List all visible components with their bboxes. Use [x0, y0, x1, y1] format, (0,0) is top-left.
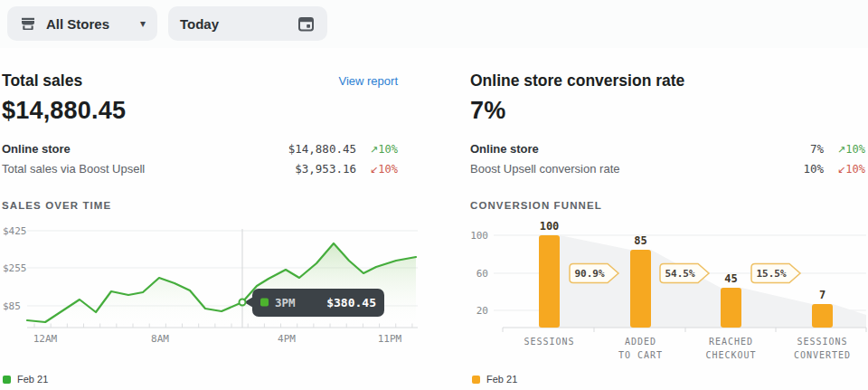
legend-label: Feb 21 [17, 374, 48, 385]
funnel-bar[interactable] [539, 235, 560, 328]
category-label: CONVERTED [794, 350, 851, 360]
trend-up-icon: ↗ [837, 144, 845, 156]
category-label: ADDED [625, 337, 656, 347]
metric-change: ↙10% [356, 163, 398, 176]
store-icon [19, 14, 37, 33]
bar-value-label: 100 [540, 222, 560, 233]
date-range-button[interactable]: Today [168, 6, 327, 41]
metric-change: ↗10% [824, 143, 865, 156]
sales-over-time-chart[interactable]: $425$255$8512AM8AM4PM11PM3PM$380.45 [0, 222, 425, 368]
sales-over-time-heading: SALES OVER TIME [2, 200, 111, 211]
conversion-funnel-chart[interactable]: 1006020100SESSIONS85ADDEDTO CART45REACHE… [470, 222, 868, 368]
y-axis-tick: 60 [476, 268, 488, 280]
hover-marker [240, 300, 246, 306]
metric-row-online-store-sales: Online store $14,880.45 ↗10% [2, 142, 398, 162]
metric-change: ↗10% [356, 143, 398, 156]
category-label: CHECKOUT [705, 350, 756, 360]
x-axis-label: 8AM [151, 333, 169, 345]
chevron-down-icon: ▾ [140, 18, 146, 29]
conversion-rate-value: 7% [470, 97, 505, 125]
metric-value: $14,880.45 [288, 142, 356, 156]
x-axis-label: 4PM [278, 333, 296, 345]
metric-value: 10% [803, 162, 824, 176]
trend-up-icon: ↗ [370, 144, 378, 156]
metric-row-boost-upsell-sales: Total sales via Boost Upsell $3,953.16 ↙… [2, 162, 398, 182]
metric-label: Boost Upsell conversion rate [470, 162, 619, 176]
metric-row-boost-upsell-conversion: Boost Upsell conversion rate 10% ↙10% [470, 162, 865, 182]
conversion-rate-title: Online store conversion rate [470, 71, 684, 90]
calendar-icon [297, 14, 316, 33]
tooltip-time: 3PM [275, 296, 296, 309]
metric-row-online-store-conversion: Online store 7% ↗10% [470, 142, 865, 162]
analytics-dashboard: All Stores ▾ Today Total sales View repo… [0, 0, 868, 390]
metric-change: ↙10% [824, 163, 865, 176]
x-axis-label: 12AM [33, 333, 58, 345]
bar-value-label: 45 [724, 272, 737, 285]
y-axis-tick: 20 [476, 305, 488, 317]
store-selector-label: All Stores [46, 16, 109, 32]
funnel-bar[interactable] [721, 288, 741, 328]
tooltip-series-swatch [260, 299, 269, 307]
category-label: REACHED [709, 337, 753, 347]
metric-label: Total sales via Boost Upsell [2, 162, 145, 176]
y-axis-tick: 100 [470, 230, 488, 242]
toolbar: All Stores ▾ Today [0, 0, 868, 48]
trend-down-icon: ↙ [837, 164, 845, 176]
metric-label: Online store [470, 142, 539, 156]
view-report-link[interactable]: View report [329, 74, 398, 88]
legend-swatch-green [3, 376, 11, 384]
legend-swatch-orange [472, 376, 480, 384]
funnel-bar[interactable] [630, 250, 651, 328]
funnel-legend: Feb 21 [472, 374, 517, 385]
store-selector-button[interactable]: All Stores ▾ [7, 6, 157, 41]
metric-value: 7% [810, 142, 824, 156]
conversion-badge-label: 15.5% [756, 268, 786, 280]
sales-legend: Feb 21 [3, 374, 48, 385]
metric-label: Online store [2, 142, 71, 156]
date-range-label: Today [180, 16, 219, 32]
category-label: SESSIONS [524, 337, 574, 347]
total-sales-title: Total sales [2, 71, 82, 90]
conversion-badge-label: 90.9% [574, 268, 604, 280]
conversion-metrics: Online store 7% ↗10% Boost Upsell conver… [470, 142, 865, 182]
total-sales-value: $14,880.45 [2, 97, 126, 125]
metric-value: $3,953.16 [295, 162, 356, 176]
y-axis-tick: $425 [3, 225, 27, 237]
total-sales-metrics: Online store $14,880.45 ↗10% Total sales… [2, 142, 398, 182]
trend-down-icon: ↙ [370, 164, 378, 176]
chart-tooltip: 3PM$380.45 [244, 289, 384, 317]
legend-label: Feb 21 [486, 374, 517, 385]
funnel-bar[interactable] [812, 304, 833, 328]
category-label: SESSIONS [797, 337, 847, 347]
conversion-badge-label: 54.5% [665, 268, 694, 280]
conversion-funnel-heading: CONVERSION FUNNEL [470, 200, 602, 211]
x-axis-label: 11PM [378, 333, 402, 345]
bar-value-label: 85 [634, 234, 646, 247]
y-axis-tick: $85 [3, 300, 21, 312]
bar-value-label: 7 [819, 289, 826, 301]
tooltip-value: $380.45 [326, 296, 376, 309]
category-label: TO CART [618, 350, 663, 360]
y-axis-tick: $255 [3, 262, 27, 274]
